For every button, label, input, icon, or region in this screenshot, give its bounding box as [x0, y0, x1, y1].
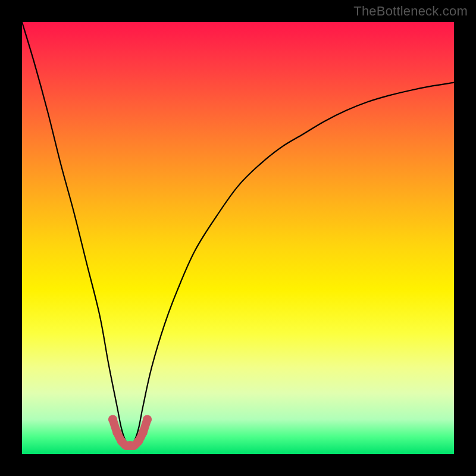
- chart-svg: [22, 22, 454, 454]
- highlight-dot: [134, 437, 143, 446]
- minimum-highlight-dots: [108, 415, 152, 450]
- highlight-dot: [143, 415, 152, 424]
- highlight-dot: [112, 428, 121, 437]
- chart-area: [22, 22, 454, 454]
- bottleneck-curve: [22, 22, 454, 445]
- highlight-dot: [139, 428, 148, 437]
- highlight-dot: [108, 415, 117, 424]
- watermark-text: TheBottleneck.com: [353, 4, 468, 19]
